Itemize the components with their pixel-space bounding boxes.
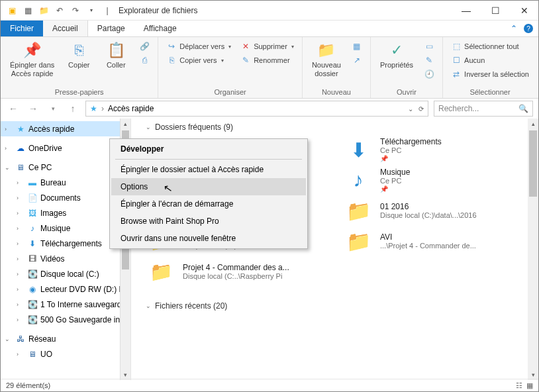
help-icon[interactable]: ?: [524, 24, 533, 33]
sidebar-disk-c[interactable]: ›💽Disque local (C:): [1, 266, 130, 281]
minimize-button[interactable]: —: [458, 5, 475, 16]
qat-newfolder-icon[interactable]: 📁: [38, 5, 50, 17]
nav-forward-button[interactable]: →: [26, 101, 40, 116]
sidebar-label: Accès rapide: [28, 124, 74, 134]
nav-back-button[interactable]: ←: [6, 101, 21, 116]
close-button[interactable]: ✕: [516, 5, 533, 16]
group-label-new: Nouveau: [308, 86, 365, 98]
dvd-icon: ◉: [27, 284, 38, 295]
folder-avi[interactable]: 📁 AVI...\Projet 4 - Commander de...: [343, 226, 522, 256]
history-button[interactable]: 🕘: [421, 68, 437, 81]
chevron-right-icon: ›: [17, 271, 24, 277]
folder-projet4[interactable]: 📁 Projet 4 - Commander des a...Disque lo…: [146, 256, 324, 287]
group-label-open: Ouvrir: [376, 86, 437, 98]
delete-button[interactable]: ✕Supprimer▾: [238, 40, 297, 53]
select-none-button[interactable]: ☐Aucun: [448, 54, 532, 67]
open-button[interactable]: ▭: [421, 40, 437, 53]
view-large-icons-icon[interactable]: ▦: [526, 381, 533, 390]
folder-music[interactable]: ♪ MusiqueCe PC📌: [343, 165, 522, 195]
music-icon: ♪: [27, 223, 38, 234]
invert-selection-button[interactable]: ⇄Inverser la sélection: [448, 68, 532, 81]
delete-icon: ✕: [240, 41, 251, 52]
ctx-pin-current[interactable]: Épingler le dossier actuel à Accès rapid…: [111, 161, 306, 178]
view-details-icon[interactable]: ☷: [516, 381, 522, 390]
sidebar-drive-500[interactable]: ›💽500 Go Sauvegarde inter: [1, 312, 130, 327]
chevron-right-icon: ›: [17, 351, 24, 358]
move-label: Déplacer vers: [179, 42, 224, 50]
sidebar-drive-1to[interactable]: ›💽1 To Interne sauvegarde: [1, 297, 130, 312]
chevron-right-icon: ›: [17, 256, 24, 262]
move-to-button[interactable]: ↪Déplacer vers▾: [164, 40, 234, 53]
nav-recent-button[interactable]: ▾: [46, 101, 60, 116]
window-title: Explorateur de fichiers: [119, 6, 197, 15]
paste-shortcut-button[interactable]: ⎙: [136, 54, 152, 67]
section-frequent[interactable]: ⌄ Dossiers fréquents (9): [131, 119, 538, 134]
search-box[interactable]: Recherch... 🔍: [434, 101, 533, 117]
refresh-icon[interactable]: ⟳: [418, 105, 424, 113]
qat-redo-icon[interactable]: ↷: [70, 5, 81, 17]
tab-partage[interactable]: Partage: [88, 21, 134, 36]
address-crumb-quick[interactable]: Accès rapide: [108, 104, 154, 113]
easy-access-button[interactable]: ↗: [349, 54, 365, 67]
qat-properties-icon[interactable]: ▦: [22, 5, 34, 17]
downloads-icon: ⬇: [343, 137, 373, 162]
tab-accueil[interactable]: Accueil: [43, 21, 88, 36]
chevron-right-icon: ›: [17, 179, 24, 186]
onedrive-icon: ☁: [15, 143, 26, 154]
folder-icon: 📁: [343, 228, 373, 254]
rename-button[interactable]: ✎Renommer: [238, 54, 297, 67]
ribbon-group-new: 📁 Nouveau dossier ▦ ↗ Nouveau: [303, 37, 371, 98]
select-all-button[interactable]: ⬚Sélectionner tout: [448, 40, 532, 53]
invert-icon: ⇄: [451, 69, 462, 79]
new-folder-button[interactable]: 📁 Nouveau dossier: [308, 40, 345, 79]
edit-button[interactable]: ✎: [421, 54, 437, 67]
folder-name: AVI: [380, 232, 476, 242]
ctx-developper[interactable]: Développer: [111, 140, 306, 158]
ctx-pin-start[interactable]: Épingler à l'écran de démarrage: [111, 195, 306, 213]
scroll-up-icon[interactable]: ▴: [528, 119, 538, 129]
copy-button[interactable]: ⎘ Copier: [62, 40, 95, 71]
ctx-new-window[interactable]: Ouvrir dans une nouvelle fenêtre: [111, 230, 306, 247]
ribbon-collapse-icon[interactable]: ⌃: [511, 24, 517, 33]
ctx-paintshop[interactable]: Browse with Paint Shop Pro: [111, 213, 306, 230]
search-icon: 🔍: [518, 104, 528, 113]
sidebar-network-uo[interactable]: ›🖥UO: [1, 346, 130, 362]
scrollbar-thumb[interactable]: [529, 130, 537, 197]
ribbon-group-select: ⬚Sélectionner tout ☐Aucun ⇄Inverser la s…: [443, 37, 537, 98]
folder-name: Projet 4 - Commander des a...: [183, 263, 289, 272]
tab-affichage[interactable]: Affichage: [134, 21, 186, 36]
easy-access-icon: ↗: [352, 55, 362, 66]
qat-dropdown-icon[interactable]: ▾: [85, 5, 97, 17]
maximize-button[interactable]: ☐: [487, 5, 504, 16]
copy-path-button[interactable]: 🔗: [136, 40, 152, 53]
copy-to-button[interactable]: ⎘Copier vers▾: [164, 54, 234, 67]
sidebar-network[interactable]: ⌄🖧Réseau: [1, 331, 130, 346]
sidebar-videos[interactable]: ›🎞Vidéos: [1, 251, 130, 266]
new-item-button[interactable]: ▦: [349, 40, 365, 53]
sidebar-dvd[interactable]: ›◉Lecteur DVD RW (D:) Blu: [1, 281, 130, 297]
address-row: ← → ▾ ↑ ★ › Accès rapide ⌄⟳ Recherch... …: [1, 99, 538, 119]
properties-button[interactable]: ✓ Propriétés: [376, 40, 417, 71]
address-bar[interactable]: ★ › Accès rapide ⌄⟳: [85, 101, 428, 117]
dropdown-caret-icon: ▾: [221, 58, 224, 64]
music-icon: ♪: [343, 168, 373, 193]
pin-quick-access-button[interactable]: 📌 Épingler dans Accès rapide: [6, 40, 58, 79]
ctx-options[interactable]: Options: [111, 178, 306, 195]
sidebar-quick-access[interactable]: ›★Accès rapide: [1, 121, 130, 136]
section-recent[interactable]: ⌄ Fichiers récents (20): [131, 297, 538, 313]
folder-downloads[interactable]: ⬇ TéléchargementsCe PC📌: [343, 134, 522, 165]
chevron-right-icon: ›: [17, 301, 24, 308]
ribbon-group-organize: ↪Déplacer vers▾ ⎘Copier vers▾ ✕Supprimer…: [158, 37, 303, 98]
qat-undo-icon[interactable]: ↶: [54, 5, 66, 17]
copy-label: Copier: [68, 61, 89, 70]
folder-01-2016[interactable]: 📁 01 2016Disque local (C:)\data\...\2016: [343, 195, 522, 226]
ribbon-group-open: ✓ Propriétés ▭ ✎ 🕘 Ouvrir: [371, 37, 443, 98]
pc-icon: 🖥: [27, 349, 38, 360]
main-scrollbar[interactable]: ▴ ▾: [528, 119, 538, 380]
addr-dd-icon: ⌄: [408, 105, 413, 113]
nav-up-button[interactable]: ↑: [66, 101, 80, 116]
tab-fichier[interactable]: Fichier: [1, 21, 43, 36]
scroll-up-icon[interactable]: ▴: [121, 119, 130, 129]
address-dropdown[interactable]: ⌄⟳: [408, 105, 424, 113]
paste-button[interactable]: 📋 Coller: [99, 40, 132, 71]
